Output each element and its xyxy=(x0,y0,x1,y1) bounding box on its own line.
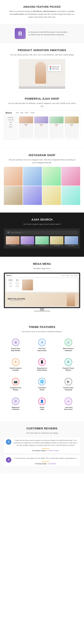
product-img-1 xyxy=(19,116,33,123)
instagram-item-1 xyxy=(4,167,23,186)
stand-base xyxy=(34,310,50,312)
product-name-2: Product xyxy=(35,124,48,125)
fashion-figure xyxy=(35,62,46,84)
mega-item-jackets: Jackets xyxy=(8,286,13,287)
product-price-3: $19 xyxy=(50,125,63,126)
features-grid: ⊞ Drag & DropPage Builder ⬇ One ClickImp… xyxy=(4,336,80,412)
shop-nav: Shop Blog About Contact xyxy=(16,112,35,114)
product-card-2: Product $49 xyxy=(34,116,48,138)
screen-nav: Bianca Home Shop ▾ Blog Pages xyxy=(5,274,79,277)
search-results-grid: Product Name Product Name Product Name P… xyxy=(6,236,78,246)
mega-dropdown-area: Women Dresses Tops Pants Jackets Men Shi… xyxy=(5,277,79,293)
laptop-screen: Select Color Select Size xyxy=(19,59,65,86)
instagram-grid xyxy=(4,167,80,205)
one-click-label: One ClickImport Demo xyxy=(31,348,52,352)
laptop-base xyxy=(19,86,65,89)
mega-menu-desc: Beautiful mega menu xyxy=(8,267,76,270)
woocommerce-icon: 🛒 xyxy=(65,338,72,346)
video-thumbnail-label: Product VideoThumbnail xyxy=(58,387,79,391)
ajax-search-section: AJAX SEARCH Our theme supports ajax prod… xyxy=(0,212,84,257)
more-label: ...and muchmuch more! xyxy=(58,406,79,410)
swatch-red xyxy=(50,66,51,68)
product-img-3 xyxy=(49,116,64,123)
theme-options-label: Powerful ThemeOptions xyxy=(58,367,79,371)
mega-col-2: Men Shirts Trousers Coats Sneakers xyxy=(15,280,19,290)
monitor-stand xyxy=(4,308,80,312)
mega-item-coats: Coats xyxy=(15,284,19,286)
product-name-4: Product xyxy=(65,124,78,125)
sidebar-brand: Brand xyxy=(5,126,16,128)
swatch-color-item: Select Color xyxy=(50,66,60,68)
stand-neck xyxy=(40,308,44,310)
feature-more: ∞ ...and muchmuch more! xyxy=(57,396,80,412)
customer-reviews-section: CUSTOMER REVIEWS Let's see what our cust… xyxy=(0,422,84,474)
search-result-img-2 xyxy=(21,236,34,244)
instagram-item-3 xyxy=(42,167,61,186)
theme-features-section: THEME FEATURES Let's have a look at our … xyxy=(0,320,84,421)
mega-menu-title: MEGA MENU xyxy=(3,262,81,266)
sidebar-price: Price Filter xyxy=(5,119,16,121)
instagram-desc: Sell your products over your instagram f… xyxy=(8,158,76,164)
mega-col-1: Women Dresses Tops Pants Jackets xyxy=(8,280,13,290)
nav-blog: Blog xyxy=(20,112,23,114)
review-content-2: I Love this theme, and support are very … xyxy=(13,457,78,464)
search-result-2: Product Name xyxy=(21,236,34,246)
search-result-5: Product Name xyxy=(65,236,78,246)
theme-options-icon: ⚙ xyxy=(65,358,72,366)
product-card-4: Product $39 xyxy=(65,116,79,138)
shop-mockup: Bianca Shop Blog About Contact Categorie… xyxy=(4,110,80,140)
theme-features-subtitle: Let's have a look at our theme's wonderf… xyxy=(8,330,76,333)
screen-nav-blog: Blog xyxy=(71,275,73,276)
product-img-4 xyxy=(65,116,79,123)
mega-item-trousers: Trousers xyxy=(15,283,19,284)
product-info-1: Product $29 xyxy=(19,123,33,127)
mega-col-1-title: Women xyxy=(8,280,13,281)
more-icon: ∞ xyxy=(65,398,72,405)
search-placeholder: Search products... xyxy=(11,232,23,233)
reviews-subtitle: Let's see what our customers are saying xyxy=(8,432,76,434)
search-mockup: 🔍 Search products... Product Name Produc… xyxy=(4,228,80,248)
social-login-icon: 👤 xyxy=(38,398,46,405)
search-icon: 🔍 xyxy=(7,232,9,234)
instagram-title: INSTAGRAM SHOP xyxy=(3,154,81,157)
product-card-3: Product $19 xyxy=(49,116,64,138)
instagram-feed-label: Instagram FeedDisplay xyxy=(5,387,26,391)
swatch-size-item: Select Size xyxy=(50,68,60,70)
instagram-item-8 xyxy=(61,186,80,205)
drag-drop-label: Drag & DropPage Builder xyxy=(5,348,26,352)
mega-item-shirts: Shirts xyxy=(15,281,19,283)
drag-drop-icon: ⊞ xyxy=(12,338,19,346)
search-result-text-3: Product Name xyxy=(35,244,49,246)
feature-woocommerce: 🛒 WoocommerceIntegrated xyxy=(57,336,80,354)
review-author-1: by Steven-Creative xyxy=(47,450,59,452)
instagram-section: INSTAGRAM SHOP Sell your products over y… xyxy=(0,148,84,212)
bootstrap-logo: B xyxy=(15,28,26,39)
megamenu-label: MegamenuCustomize xyxy=(5,406,26,410)
responsive-label: Responsive &Retina Ready xyxy=(31,367,52,371)
feature-packed-title: AMAZING FEATURE PACKED xyxy=(4,6,80,8)
woocommerce-label: WoocommerceIntegrated xyxy=(58,348,79,352)
social-login-label: SocialLogin xyxy=(31,406,52,410)
product-info-2: Product $49 xyxy=(34,123,48,127)
screen-products-row: Item $29 Item $39 Item $49 Item $59 xyxy=(5,306,79,307)
search-result-3: Product Name xyxy=(35,236,49,246)
reviews-title: CUSTOMER REVIEWS xyxy=(3,427,81,430)
mega-item-tops: Tops xyxy=(8,283,13,284)
review-author-2: by AlmaShow xyxy=(48,463,56,464)
search-result-4: Product Name xyxy=(50,236,64,246)
instagram-item-4 xyxy=(61,167,80,186)
review-text-2: I Love this theme, and support are very … xyxy=(13,457,78,460)
search-result-img-4 xyxy=(50,236,64,244)
sidebar-categories: Categories xyxy=(5,116,16,119)
feature-translation: 🌐 TranslationReady xyxy=(30,376,54,393)
search-result-img-3 xyxy=(35,236,49,244)
theme-features-title: THEME FEATURES xyxy=(3,326,81,329)
nav-contact: Contact xyxy=(30,112,35,114)
feature-one-click: ⬇ One ClickImport Demo xyxy=(30,336,54,354)
swatches-section: PRODUCT VARIATION SWATCHES You can swatc… xyxy=(0,43,84,89)
one-click-icon: ⬇ xyxy=(38,338,46,346)
laptop-mockup: Select Color Select Size xyxy=(19,59,65,89)
product-card-1: Product $29 xyxy=(19,116,33,138)
ajax-shop-desc: You can add ajax filter for attributes, … xyxy=(8,102,76,108)
product-price-4: $39 xyxy=(65,125,78,126)
